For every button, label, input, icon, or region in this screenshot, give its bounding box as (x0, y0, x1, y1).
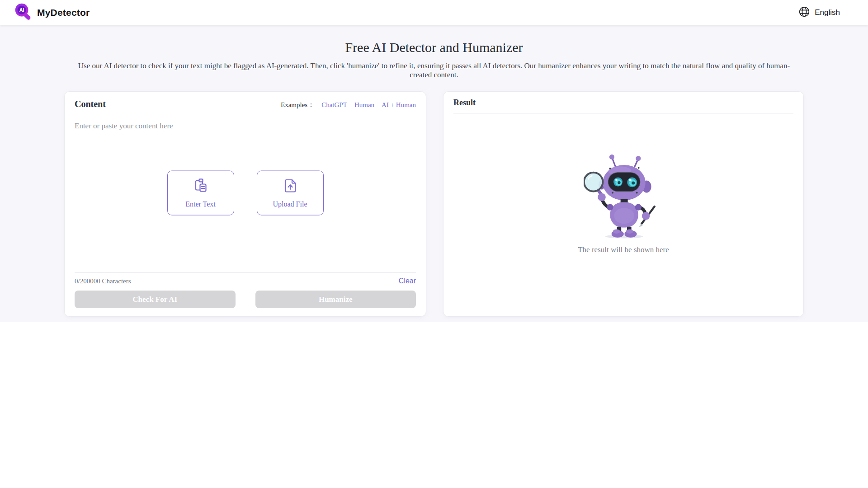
clear-button[interactable]: Clear (399, 277, 416, 285)
enter-text-label: Enter Text (185, 200, 216, 208)
brand-logo[interactable]: AI MyDetector (14, 2, 90, 23)
logo-badge-text: AI (19, 7, 24, 13)
globe-icon (798, 6, 810, 20)
clipboard-paste-icon (193, 178, 209, 196)
result-empty-state: The result will be shown here (578, 152, 669, 254)
footer-whitespace (0, 322, 868, 488)
example-link-human[interactable]: Human (354, 101, 374, 109)
top-navbar: AI MyDetector English (0, 0, 868, 25)
result-panel-title: Result (453, 98, 476, 107)
character-counter: 0/200000 Characters (75, 277, 131, 285)
page-subtitle: Use our AI detector to check if your tex… (72, 61, 796, 80)
main-section: Free AI Detector and Humanizer Use our A… (0, 25, 868, 322)
robot-mascot-illustration (584, 152, 663, 241)
example-link-ai-human[interactable]: AI + Human (382, 101, 416, 109)
brand-name: MyDetector (37, 7, 90, 18)
result-panel: Result (443, 91, 804, 317)
language-selector[interactable]: English (798, 6, 840, 20)
content-panel-title: Content (75, 99, 106, 109)
humanize-button[interactable]: Humanize (255, 291, 416, 308)
result-empty-message: The result will be shown here (578, 245, 669, 254)
textarea-placeholder: Enter or paste your content here (75, 115, 416, 131)
page-title: Free AI Detector and Humanizer (0, 25, 868, 55)
action-buttons-row: Check For AI Humanize (75, 291, 416, 316)
examples-bar: Examples： ChatGPT Human AI + Human (281, 101, 416, 109)
character-counter-row: 0/200000 Characters Clear (75, 272, 416, 291)
upload-file-button[interactable]: Upload File (257, 170, 324, 215)
upload-file-label: Upload File (273, 200, 307, 208)
magnifier-ai-logo-icon: AI (14, 2, 33, 23)
content-textarea[interactable]: Enter or paste your content here Enter T… (75, 115, 416, 272)
enter-text-button[interactable]: Enter Text (167, 170, 234, 215)
check-for-ai-button[interactable]: Check For AI (75, 291, 236, 308)
language-label: English (815, 8, 840, 17)
example-link-chatgpt[interactable]: ChatGPT (321, 101, 347, 109)
content-panel-header: Content Examples： ChatGPT Human AI + Hum… (75, 92, 416, 115)
result-body: The result will be shown here (453, 113, 793, 316)
examples-label: Examples： (281, 101, 314, 109)
file-upload-icon (282, 178, 298, 196)
panels-row: Content Examples： ChatGPT Human AI + Hum… (64, 91, 804, 317)
content-panel: Content Examples： ChatGPT Human AI + Hum… (64, 91, 426, 317)
result-panel-header: Result (453, 92, 793, 113)
input-method-cards: Enter Text Upload File (167, 170, 324, 215)
